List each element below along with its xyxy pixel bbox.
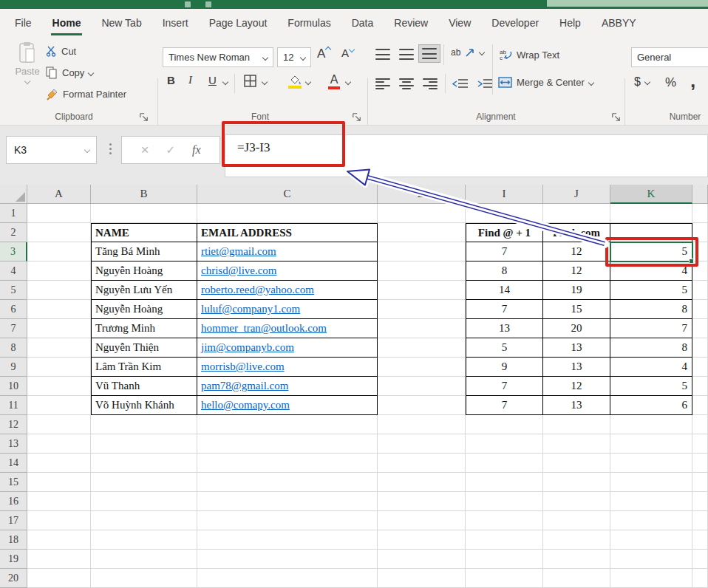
- cell-D14[interactable]: [378, 454, 466, 473]
- cell-K17[interactable]: [610, 511, 692, 530]
- cell-J18[interactable]: [543, 530, 610, 550]
- cell-B12[interactable]: [91, 415, 197, 434]
- bold-button[interactable]: B: [167, 74, 175, 95]
- cell-J6[interactable]: 15: [543, 300, 610, 319]
- font-dialog-launcher-icon[interactable]: [352, 112, 361, 122]
- cell-C12[interactable]: [197, 415, 378, 434]
- cell-I1[interactable]: [466, 204, 543, 223]
- row-header-4[interactable]: 4: [0, 261, 27, 281]
- cell-C13[interactable]: [197, 434, 378, 454]
- cell-C1[interactable]: [197, 204, 378, 223]
- cell-B9[interactable]: Lâm Trần Kim: [91, 358, 197, 377]
- cell-B14[interactable]: [91, 454, 197, 473]
- cell-I17[interactable]: [466, 511, 543, 530]
- column-header-D[interactable]: D: [378, 185, 466, 204]
- cell-J16[interactable]: [543, 492, 610, 511]
- cell-K3[interactable]: 5: [610, 242, 692, 261]
- formula-input[interactable]: =J3-I3: [225, 134, 708, 177]
- cell-K6[interactable]: 8: [610, 300, 692, 319]
- row-header-17[interactable]: 17: [0, 511, 27, 530]
- cell-I3[interactable]: 7: [466, 242, 543, 261]
- wrap-text-button[interactable]: abc Wrap Text: [500, 49, 559, 61]
- cell-A5[interactable]: [27, 281, 91, 300]
- column-header-I[interactable]: I: [466, 185, 543, 204]
- cell-B19[interactable]: [91, 550, 197, 569]
- cell-D5[interactable]: [378, 281, 466, 300]
- cell-J4[interactable]: 12: [543, 261, 610, 281]
- cell-I7[interactable]: 13: [466, 319, 543, 338]
- cell-A20[interactable]: [27, 569, 91, 588]
- cell-C20[interactable]: [197, 569, 378, 588]
- cell-J19[interactable]: [543, 550, 610, 569]
- cell-K1[interactable]: [610, 204, 692, 223]
- tab-view[interactable]: View: [438, 9, 481, 37]
- tab-file[interactable]: File: [4, 9, 42, 37]
- cell-J15[interactable]: [543, 473, 610, 492]
- cell-D16[interactable]: [378, 492, 466, 511]
- cell-I6[interactable]: 7: [466, 300, 543, 319]
- cell-A14[interactable]: [27, 454, 91, 473]
- cell-B15[interactable]: [91, 473, 197, 492]
- column-header-K[interactable]: K: [610, 185, 692, 204]
- cell-B4[interactable]: Nguyễn Hoàng: [91, 261, 197, 281]
- cell-J13[interactable]: [543, 434, 610, 454]
- cut-button[interactable]: Cut: [46, 46, 76, 57]
- cell-I20[interactable]: [466, 569, 543, 588]
- cell-B18[interactable]: [91, 530, 197, 550]
- email-link[interactable]: rtiet@gmail.com: [197, 242, 378, 261]
- bottom-align-button[interactable]: [418, 44, 440, 63]
- align-right-button[interactable]: [423, 78, 438, 89]
- cell-C2[interactable]: EMAIL ADDRESS: [197, 223, 378, 242]
- cell-D13[interactable]: [378, 434, 466, 454]
- alignment-dialog-launcher-icon[interactable]: [611, 112, 621, 122]
- name-box[interactable]: K3: [6, 136, 97, 164]
- cell-K14[interactable]: [610, 454, 692, 473]
- tab-insert[interactable]: Insert: [152, 9, 199, 37]
- comma-style-button[interactable]: ,: [690, 69, 695, 92]
- cell-K2[interactable]: [610, 223, 692, 242]
- fill-color-button[interactable]: [288, 74, 302, 90]
- cell-I18[interactable]: [466, 530, 543, 550]
- cell-B10[interactable]: Vũ Thanh: [91, 377, 197, 396]
- font-size-combo[interactable]: 12: [277, 47, 311, 67]
- cancel-icon[interactable]: ×: [140, 142, 149, 158]
- column-header-J[interactable]: J: [543, 185, 610, 204]
- cell-I4[interactable]: 8: [466, 261, 543, 281]
- tab-data[interactable]: Data: [341, 9, 384, 37]
- row-header-7[interactable]: 7: [0, 319, 27, 338]
- cell-J1[interactable]: [543, 204, 610, 223]
- format-painter-button[interactable]: Format Painter: [46, 88, 126, 100]
- tab-page-layout[interactable]: Page Layout: [199, 9, 278, 37]
- select-all-corner[interactable]: [0, 185, 27, 204]
- align-center-button[interactable]: [399, 78, 414, 89]
- cell-A8[interactable]: [27, 338, 91, 358]
- row-header-1[interactable]: 1: [0, 204, 27, 223]
- cell-C17[interactable]: [197, 511, 378, 530]
- cell-A12[interactable]: [27, 415, 91, 434]
- email-link[interactable]: hello@comapy.com: [197, 396, 378, 415]
- underline-button[interactable]: U: [208, 74, 217, 95]
- column-header-C[interactable]: C: [197, 185, 378, 204]
- cell-D3[interactable]: [378, 242, 466, 261]
- enter-icon[interactable]: ✓: [166, 143, 175, 157]
- email-link[interactable]: pam78@gmail.com: [197, 377, 378, 396]
- cell-D9[interactable]: [378, 358, 466, 377]
- cell-B8[interactable]: Nguyễn Thiện: [91, 338, 197, 358]
- cell-K18[interactable]: [610, 530, 692, 550]
- cell-I10[interactable]: 7: [466, 377, 543, 396]
- cell-J5[interactable]: 19: [543, 281, 610, 300]
- cell-A16[interactable]: [27, 492, 91, 511]
- currency-button[interactable]: $: [634, 75, 650, 89]
- cell-A7[interactable]: [27, 319, 91, 338]
- row-header-19[interactable]: 19: [0, 550, 27, 569]
- cell-C16[interactable]: [197, 492, 378, 511]
- cell-A2[interactable]: [27, 223, 91, 242]
- row-header-11[interactable]: 11: [0, 396, 27, 415]
- cell-A13[interactable]: [27, 434, 91, 454]
- cell-B16[interactable]: [91, 492, 197, 511]
- fill-handle[interactable]: [689, 259, 694, 264]
- row-header-18[interactable]: 18: [0, 530, 27, 550]
- cell-A9[interactable]: [27, 358, 91, 377]
- row-header-15[interactable]: 15: [0, 473, 27, 492]
- paste-button[interactable]: Paste: [9, 41, 46, 109]
